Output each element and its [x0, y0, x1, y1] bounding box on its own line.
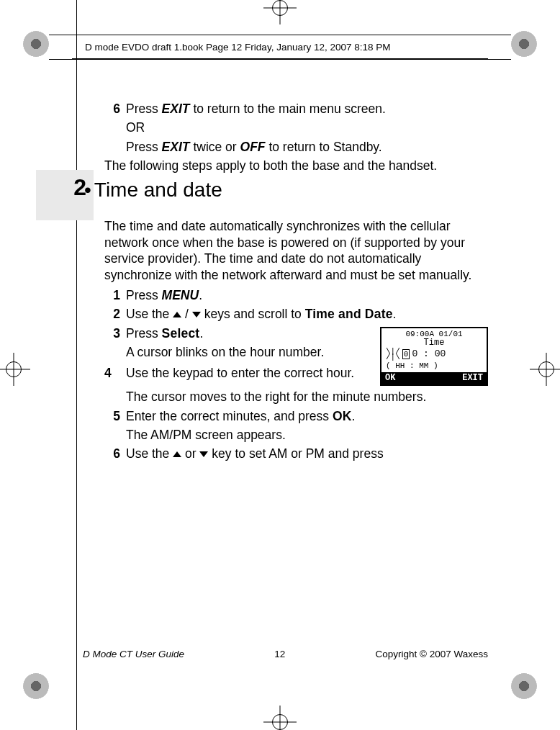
menu-label: OK	[333, 409, 352, 423]
step-subtext: Press EXIT twice or OFF to return to Sta…	[126, 139, 488, 155]
antenna-icon: \|//|\	[386, 348, 400, 360]
cropmark-icon	[23, 673, 49, 699]
step-4-inline: 4 Use the keypad to enter the correct ho…	[126, 365, 370, 381]
footer-page-number: 12	[274, 649, 285, 659]
registration-mark-icon	[0, 353, 30, 386]
rule-line	[49, 59, 511, 60]
footer-doc-title: D Mode CT User Guide	[83, 649, 184, 659]
step-subtext: A cursor blinks on the hour number.	[126, 344, 370, 360]
step-text: Press EXIT to return to the main menu sc…	[126, 102, 386, 116]
header-text: D mode EVDO draft 1.book Page 12 Friday,…	[85, 42, 391, 53]
cropmark-icon	[511, 31, 537, 57]
menu-label: Select	[162, 326, 200, 341]
cursor-digit: 0	[402, 349, 410, 359]
softkey-right: EXIT	[462, 373, 483, 384]
down-arrow-icon	[199, 446, 208, 461]
step-subtext: OR	[126, 120, 488, 135]
footer-copyright: Copyright © 2007 Waxess	[375, 649, 488, 659]
step-text: Use the keypad to enter the correct hour…	[126, 366, 354, 380]
list-item: 1 Press MENU.	[104, 287, 488, 303]
step-number: 3	[104, 325, 120, 341]
up-arrow-icon	[173, 446, 181, 461]
cropmark-icon	[23, 31, 49, 57]
registration-mark-icon	[530, 353, 560, 386]
step-text: Press Select.	[126, 326, 203, 341]
phone-format-hint: ( HH : MM )	[381, 361, 487, 371]
list-item: 3 Press Select. A cursor blinks on the h…	[104, 325, 488, 405]
page-footer: D Mode CT User Guide 12 Copyright © 2007…	[83, 649, 488, 659]
list-item: 6 Press EXIT to return to the main menu …	[104, 101, 488, 155]
step-number: 2	[104, 306, 120, 322]
step-number: 1	[104, 287, 120, 303]
phone-softkeys: OK EXIT	[381, 372, 487, 384]
step-number: 4	[104, 365, 112, 381]
page-content: 6 Press EXIT to return to the main menu …	[104, 101, 488, 465]
time-remainder: 0 : 00	[412, 348, 446, 361]
body-paragraph: The time and date automatically synchron…	[104, 218, 488, 283]
step-number: 6	[104, 101, 120, 117]
list-item: 6 Use the or key to set AM or PM and pre…	[104, 446, 488, 461]
intro-paragraph: The following steps apply to both the ba…	[104, 158, 488, 174]
step-text: Use the or key to set AM or PM and press	[126, 446, 384, 461]
cropmark-icon	[511, 673, 537, 699]
list-item: 2 Use the / keys and scroll to Time and …	[104, 306, 488, 322]
softkey-left: OK	[385, 373, 395, 384]
step-text: Enter the correct minutes, and press OK.	[126, 409, 355, 423]
step-number: 5	[104, 408, 120, 424]
step-subtext: The cursor moves to the right for the mi…	[126, 389, 488, 405]
key-label: MENU	[162, 288, 199, 302]
key-label: OFF	[240, 140, 266, 154]
step-text: Press MENU.	[126, 288, 202, 302]
menu-label: Time and Date	[305, 307, 393, 321]
registration-mark-icon	[263, 706, 297, 730]
up-arrow-icon	[173, 307, 181, 321]
page-header: D mode EVDO draft 1.book Page 12 Friday,…	[72, 35, 488, 59]
key-label: EXIT	[162, 102, 190, 116]
section-title: Time and date	[84, 177, 488, 203]
registration-mark-icon	[263, 0, 297, 24]
phone-time-row: \|//|\ 00 : 00	[381, 348, 487, 361]
step-subtext: The AM/PM screen appears.	[126, 427, 488, 443]
phone-screen-mock: 09:00A 01/01 Time \|//|\ 00 : 00 ( HH : …	[380, 327, 488, 387]
step-number: 6	[104, 446, 120, 461]
down-arrow-icon	[192, 307, 201, 321]
step-text: Use the / keys and scroll to Time and Da…	[126, 307, 396, 321]
key-label: EXIT	[162, 140, 190, 154]
list-item: 5 Enter the correct minutes, and press O…	[104, 408, 488, 443]
vertical-page-rule	[76, 0, 77, 730]
